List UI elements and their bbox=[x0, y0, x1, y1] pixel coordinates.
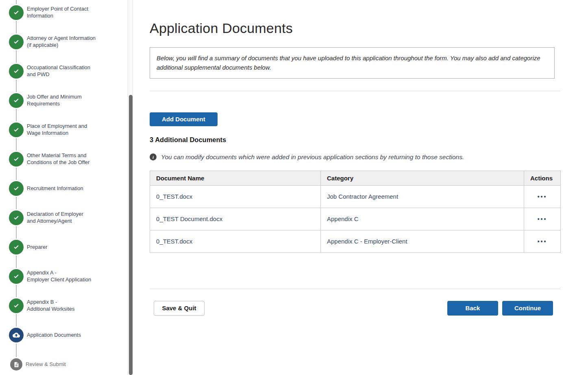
sidebar-scrollbar[interactable] bbox=[128, 0, 133, 375]
documents-count-heading: 3 Additional Documents bbox=[150, 136, 560, 144]
category-cell: Job Contractor Agreement bbox=[321, 185, 524, 208]
check-icon bbox=[9, 269, 24, 284]
sidebar-step-label: Job Offer and Minimum Requirements bbox=[27, 94, 82, 107]
sidebar-step-label: Application Documents bbox=[27, 332, 81, 339]
check-icon bbox=[9, 240, 24, 254]
sidebar-item-employer-point-of-contact[interactable]: Employer Point of Contact Information bbox=[9, 0, 128, 27]
table-row: 0_TEST.docx Appendix C - Employer-Client… bbox=[150, 230, 561, 252]
check-icon bbox=[9, 152, 24, 167]
sidebar-item-application-documents[interactable]: Application Documents bbox=[9, 320, 128, 350]
note-text: You can modify documents which were adde… bbox=[161, 154, 464, 161]
section-divider-bottom bbox=[150, 289, 560, 289]
sidebar-step-label: Place of Employment and Wage Information bbox=[27, 123, 87, 137]
check-icon bbox=[9, 211, 24, 225]
progress-sidebar: Employer Point of Contact Information At… bbox=[0, 0, 128, 375]
back-button[interactable]: Back bbox=[447, 301, 498, 316]
sidebar-item-other-material-terms[interactable]: Other Material Terms and Conditions of t… bbox=[9, 145, 128, 174]
table-row: 0_TEST Document.docx Appendix C ••• bbox=[150, 208, 561, 230]
column-header-actions: Actions bbox=[524, 171, 561, 185]
document-name-cell: 0_TEST.docx bbox=[150, 230, 321, 252]
document-name-cell: 0_TEST Document.docx bbox=[150, 208, 321, 230]
footer-actions: Save & Quit Back Continue bbox=[150, 301, 560, 316]
sidebar-step-label: Appendix A - Employer Client Application bbox=[27, 270, 91, 283]
footer-right-buttons: Back Continue bbox=[447, 301, 553, 316]
modify-documents-note: You can modify documents which were adde… bbox=[150, 154, 560, 161]
sidebar-item-preparer[interactable]: Preparer bbox=[9, 232, 128, 262]
row-actions-button[interactable]: ••• bbox=[536, 191, 549, 202]
scrollbar-thumb[interactable] bbox=[129, 95, 133, 375]
sidebar-step-label: Recruitment Information bbox=[27, 185, 83, 192]
sidebar-step-label: Declaration of Employer and Attorney/Age… bbox=[27, 211, 83, 225]
check-icon bbox=[9, 35, 24, 49]
documents-table: Document Name Category Actions 0_TEST.do… bbox=[150, 171, 561, 253]
info-icon bbox=[150, 154, 157, 160]
sidebar-step-label: Occupational Classification and PWD bbox=[27, 64, 90, 78]
cloud-upload-icon bbox=[9, 328, 24, 342]
column-header-category: Category bbox=[321, 171, 524, 185]
sidebar-step-label: Other Material Terms and Conditions of t… bbox=[27, 152, 89, 166]
save-quit-button[interactable]: Save & Quit bbox=[154, 301, 205, 316]
documents-table-body: 0_TEST.docx Job Contractor Agreement •••… bbox=[150, 185, 561, 252]
row-actions-button[interactable]: ••• bbox=[536, 214, 549, 224]
sidebar-item-job-offer-and-minimum-requirements[interactable]: Job Offer and Minimum Requirements bbox=[9, 86, 128, 115]
sidebar-item-attorney-or-agent-information[interactable]: Attorney or Agent Information (if applic… bbox=[9, 27, 128, 57]
check-icon bbox=[9, 64, 24, 79]
intro-box: Below, you will find a summary of docume… bbox=[150, 47, 555, 79]
check-icon bbox=[9, 123, 24, 137]
add-document-button[interactable]: Add Document bbox=[150, 112, 218, 126]
check-icon bbox=[9, 93, 24, 108]
sidebar-item-place-of-employment-and-wage[interactable]: Place of Employment and Wage Information bbox=[9, 115, 128, 145]
sidebar-step-label: Attorney or Agent Information (if applic… bbox=[27, 35, 96, 49]
sidebar-item-declaration-of-employer-and-attorney[interactable]: Declaration of Employer and Attorney/Age… bbox=[9, 203, 128, 232]
intro-text: Below, you will find a summary of docume… bbox=[157, 55, 540, 71]
sidebar-step-label: Preparer bbox=[27, 244, 48, 251]
sidebar-item-appendix-a-employer-client-application[interactable]: Appendix A - Employer Client Application bbox=[9, 262, 128, 291]
sidebar-item-recruitment-information[interactable]: Recruitment Information bbox=[9, 174, 128, 203]
check-icon bbox=[9, 5, 24, 20]
sidebar-step-label: Appendix B - Additional Worksites bbox=[27, 299, 75, 313]
sidebar-item-review-and-submit[interactable]: Review & Submit bbox=[9, 350, 128, 375]
sidebar-step-label: Employer Point of Contact Information bbox=[27, 6, 88, 20]
sidebar-item-appendix-b-additional-worksites[interactable]: Appendix B - Additional Worksites bbox=[9, 291, 128, 320]
page-title: Application Documents bbox=[150, 20, 560, 36]
category-cell: Appendix C - Employer-Client bbox=[321, 230, 524, 252]
table-header-row: Document Name Category Actions bbox=[150, 171, 561, 185]
section-divider-top bbox=[150, 91, 560, 91]
column-header-document-name: Document Name bbox=[150, 171, 321, 185]
main-content: Application Documents Below, you will fi… bbox=[133, 0, 588, 375]
sidebar-item-occupational-classification-and-pwd[interactable]: Occupational Classification and PWD bbox=[9, 57, 128, 86]
table-row: 0_TEST.docx Job Contractor Agreement ••• bbox=[150, 185, 561, 208]
check-icon bbox=[9, 298, 24, 313]
document-name-cell: 0_TEST.docx bbox=[150, 185, 321, 208]
app-window: Employer Point of Contact Information At… bbox=[0, 0, 588, 375]
continue-button[interactable]: Continue bbox=[502, 301, 553, 316]
category-cell: Appendix C bbox=[321, 208, 524, 230]
sidebar-step-label: Review & Submit bbox=[26, 361, 66, 368]
document-icon bbox=[10, 358, 22, 371]
sidebar-steps: Employer Point of Contact Information At… bbox=[0, 0, 128, 375]
row-actions-button[interactable]: ••• bbox=[536, 236, 549, 247]
check-icon bbox=[9, 181, 24, 196]
